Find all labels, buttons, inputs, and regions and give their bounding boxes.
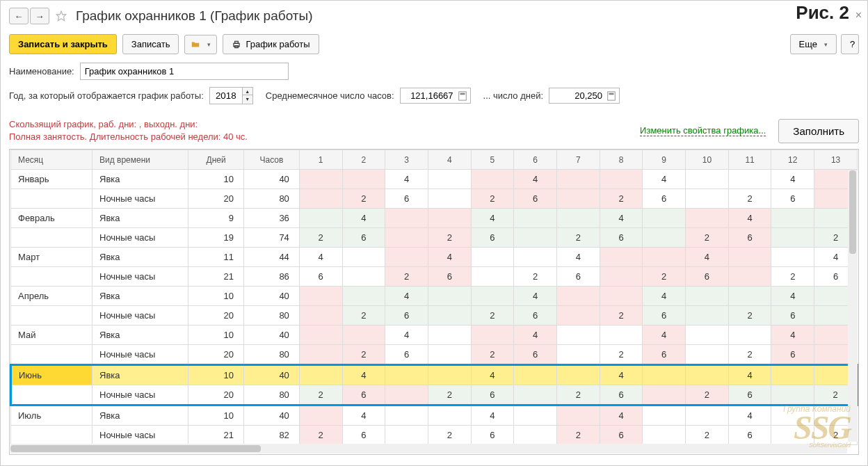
cell-hours[interactable]: 80 (244, 189, 300, 209)
cell-day[interactable] (299, 405, 342, 426)
cell-day[interactable] (299, 287, 342, 306)
cell-month[interactable] (11, 189, 93, 209)
cell-type[interactable]: Явка (93, 405, 188, 426)
cell-day[interactable]: 6 (299, 267, 342, 287)
cell-day[interactable] (643, 385, 686, 405)
cell-day[interactable] (385, 405, 428, 426)
cell-type[interactable]: Явка (93, 326, 188, 345)
cell-day[interactable] (643, 248, 686, 267)
cell-day[interactable] (385, 385, 428, 405)
horizontal-scrollbar[interactable] (10, 444, 847, 453)
cell-month[interactable] (11, 228, 93, 248)
cell-day[interactable]: 6 (342, 426, 385, 445)
cell-day[interactable]: 2 (299, 426, 342, 445)
cell-day[interactable]: 2 (643, 267, 686, 287)
cell-day[interactable] (471, 170, 514, 189)
cell-days[interactable]: 11 (188, 248, 244, 267)
cell-days[interactable]: 10 (188, 405, 244, 426)
cell-day[interactable]: 2 (471, 345, 514, 365)
cell-day[interactable] (643, 405, 686, 426)
table-row[interactable]: Ночные часы 20 8026262626 (11, 189, 858, 209)
cell-day[interactable]: 2 (556, 426, 600, 445)
table-row[interactable]: Март Явка 11 4444444 (11, 248, 858, 267)
cell-days[interactable]: 21 (188, 426, 244, 445)
cell-day[interactable] (428, 405, 471, 426)
cell-day[interactable] (514, 365, 557, 385)
cell-day[interactable] (299, 345, 342, 365)
col-day-13[interactable]: 13 (814, 150, 858, 170)
cell-day[interactable]: 2 (342, 306, 385, 326)
table-row[interactable]: Ночные часы 19 74262626262 (11, 228, 858, 248)
cell-day[interactable]: 6 (600, 385, 643, 405)
cell-type[interactable]: Явка (93, 365, 188, 385)
cell-day[interactable] (600, 267, 643, 287)
cell-day[interactable]: 6 (471, 228, 514, 248)
col-type[interactable]: Вид времени (93, 150, 188, 170)
cell-day[interactable]: 6 (728, 385, 771, 405)
cell-day[interactable]: 4 (600, 365, 643, 385)
cell-day[interactable]: 4 (471, 405, 514, 426)
save-button[interactable]: Записать (122, 34, 179, 54)
cell-day[interactable] (771, 385, 814, 405)
cell-day[interactable]: 6 (342, 385, 385, 405)
col-hours[interactable]: Часов (244, 150, 300, 170)
cell-day[interactable]: 6 (771, 189, 814, 209)
close-icon[interactable]: × (855, 9, 862, 22)
cell-day[interactable] (385, 426, 428, 445)
col-day-4[interactable]: 4 (428, 150, 471, 170)
cell-day[interactable] (686, 306, 729, 326)
help-button[interactable]: ? (841, 34, 859, 54)
cell-day[interactable] (556, 287, 600, 306)
cell-month[interactable]: Март (11, 248, 93, 267)
cell-day[interactable]: 6 (556, 267, 600, 287)
cell-day[interactable]: 4 (428, 248, 471, 267)
cell-day[interactable] (299, 189, 342, 209)
cell-day[interactable] (514, 385, 557, 405)
cell-day[interactable]: 4 (600, 209, 643, 228)
cell-day[interactable] (342, 170, 385, 189)
cell-day[interactable]: 4 (514, 170, 557, 189)
cell-day[interactable]: 6 (514, 306, 557, 326)
cell-day[interactable]: 2 (299, 228, 342, 248)
cell-days[interactable]: 20 (188, 189, 244, 209)
change-props-link[interactable]: Изменить свойства графика... (640, 125, 766, 136)
cell-day[interactable] (471, 326, 514, 345)
cell-day[interactable] (299, 306, 342, 326)
cell-day[interactable]: 2 (600, 306, 643, 326)
cell-month[interactable]: Февраль (11, 209, 93, 228)
cell-day[interactable]: 6 (385, 345, 428, 365)
cell-day[interactable]: 2 (600, 189, 643, 209)
cell-day[interactable] (686, 405, 729, 426)
table-row[interactable]: Ночные часы 20 8026262626 (11, 306, 858, 326)
cell-day[interactable] (771, 405, 814, 426)
table-row[interactable]: Февраль Явка 9 364444 (11, 209, 858, 228)
cell-day[interactable] (556, 345, 600, 365)
cell-day[interactable]: 6 (471, 385, 514, 405)
cell-day[interactable] (771, 209, 814, 228)
cell-day[interactable] (428, 170, 471, 189)
cell-day[interactable]: 2 (556, 385, 600, 405)
cell-day[interactable] (600, 287, 643, 306)
cell-day[interactable]: 2 (514, 267, 557, 287)
cell-day[interactable]: 4 (299, 248, 342, 267)
cell-day[interactable]: 4 (686, 248, 729, 267)
cell-day[interactable]: 6 (771, 306, 814, 326)
cell-day[interactable]: 6 (385, 189, 428, 209)
cell-hours[interactable]: 44 (244, 248, 300, 267)
cell-day[interactable]: 2 (686, 385, 729, 405)
col-day-3[interactable]: 3 (385, 150, 428, 170)
cell-day[interactable] (728, 326, 771, 345)
cell-day[interactable] (643, 228, 686, 248)
cell-day[interactable] (686, 365, 729, 385)
cell-day[interactable] (771, 228, 814, 248)
cell-hours[interactable]: 80 (244, 345, 300, 365)
cell-day[interactable]: 4 (771, 170, 814, 189)
cell-day[interactable]: 4 (643, 170, 686, 189)
table-row[interactable]: Июль Явка 10 404444 (11, 405, 858, 426)
cell-day[interactable]: 2 (428, 426, 471, 445)
table-row[interactable]: Апрель Явка 10 404444 (11, 287, 858, 306)
col-day-6[interactable]: 6 (514, 150, 557, 170)
cell-day[interactable] (514, 209, 557, 228)
cell-day[interactable]: 2 (728, 306, 771, 326)
cell-days[interactable]: 10 (188, 170, 244, 189)
